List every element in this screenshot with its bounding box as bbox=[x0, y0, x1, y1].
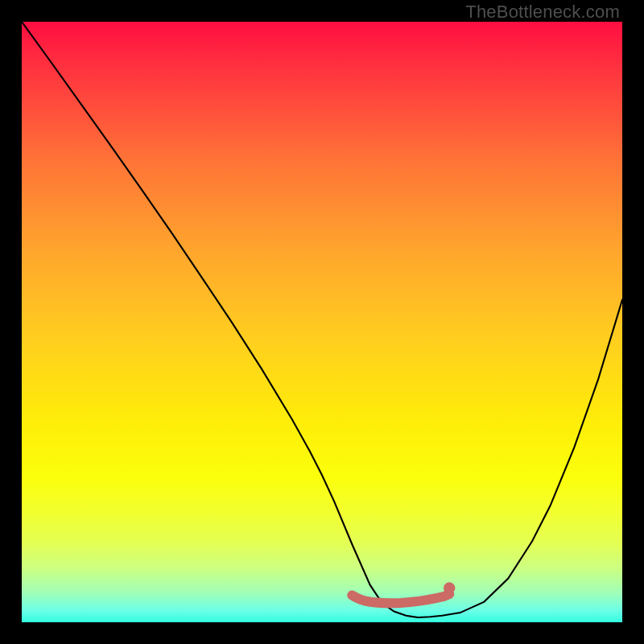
bottleneck-curve bbox=[22, 22, 622, 617]
flat-marker-end-dot bbox=[444, 582, 455, 593]
attribution-label: TheBottleneck.com bbox=[465, 2, 620, 23]
curve-layer bbox=[22, 22, 622, 622]
flat-marker bbox=[352, 594, 449, 603]
chart-frame: TheBottleneck.com bbox=[0, 0, 644, 644]
plot-area bbox=[22, 22, 622, 622]
